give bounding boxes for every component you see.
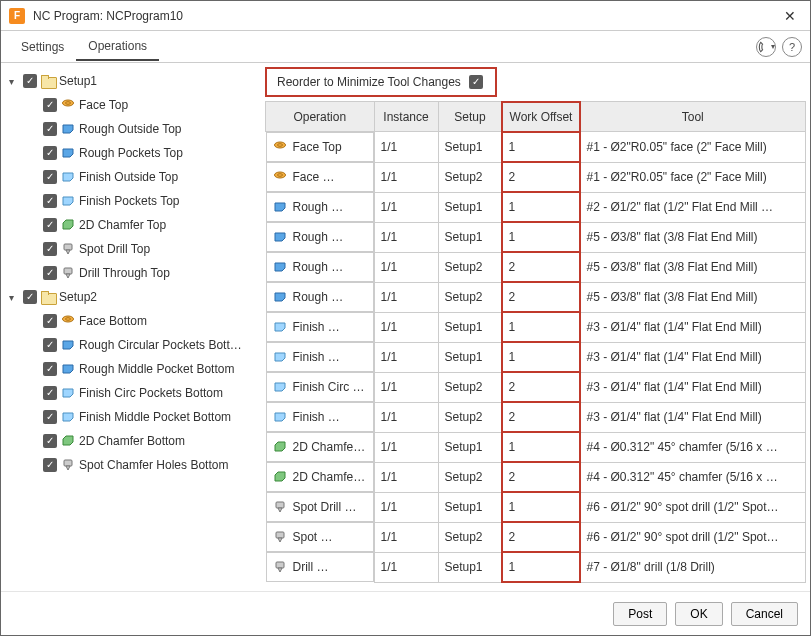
tree-operation[interactable]: ✓Rough Circular Pockets Bott… (5, 333, 257, 357)
cell-operation: Finish Circ … (266, 372, 374, 402)
checkbox-icon[interactable]: ✓ (23, 74, 37, 88)
cell-setup: Setup1 (438, 132, 502, 163)
rough-icon (273, 230, 287, 244)
checkbox-icon[interactable]: ✓ (43, 338, 57, 352)
checkbox-icon[interactable]: ✓ (43, 122, 57, 136)
tree-setup[interactable]: ▾✓Setup1 (5, 69, 257, 93)
cell-instance: 1/1 (374, 192, 438, 222)
tree-operation[interactable]: ✓Rough Pockets Top (5, 141, 257, 165)
cancel-button[interactable]: Cancel (731, 602, 798, 626)
cell-work-offset: 1 (502, 222, 580, 252)
table-row[interactable]: Spot … 1/1 Setup2 2 #6 - Ø1/2" 90° spot … (266, 522, 806, 552)
ok-button[interactable]: OK (675, 602, 722, 626)
setup-label: Setup1 (59, 74, 97, 88)
help-icon[interactable]: ? (782, 37, 802, 57)
col-instance[interactable]: Instance (374, 102, 438, 132)
cell-instance: 1/1 (374, 342, 438, 372)
col-tool[interactable]: Tool (580, 102, 806, 132)
checkbox-icon[interactable]: ✓ (43, 218, 57, 232)
table-row[interactable]: Finish … 1/1 Setup1 1 #3 - Ø1/4" flat (1… (266, 342, 806, 372)
operation-label: 2D Chamfer Top (79, 218, 166, 232)
close-icon[interactable]: ✕ (778, 8, 802, 24)
caret-down-icon[interactable]: ▾ (9, 292, 19, 303)
chamfer-icon (273, 440, 287, 454)
tree-operation[interactable]: ✓2D Chamfer Top (5, 213, 257, 237)
reorder-checkbox[interactable]: ✓ (469, 75, 483, 89)
cell-setup: Setup2 (438, 252, 502, 282)
cell-setup: Setup1 (438, 492, 502, 522)
tree-operation[interactable]: ✓Spot Chamfer Holes Bottom (5, 453, 257, 477)
tab-settings[interactable]: Settings (9, 34, 76, 60)
cell-setup: Setup1 (438, 222, 502, 252)
operation-label: Rough Pockets Top (79, 146, 183, 160)
tree-operation[interactable]: ✓Finish Pockets Top (5, 189, 257, 213)
table-row[interactable]: 2D Chamfe… 1/1 Setup2 2 #4 - Ø0.312" 45°… (266, 462, 806, 492)
table-row[interactable]: Rough … 1/1 Setup2 2 #5 - Ø3/8" flat (3/… (266, 282, 806, 312)
tree-operation[interactable]: ✓Spot Drill Top (5, 237, 257, 261)
checkbox-icon[interactable]: ✓ (43, 458, 57, 472)
tree-operation[interactable]: ✓Rough Middle Pocket Bottom (5, 357, 257, 381)
drill-icon (61, 242, 75, 256)
support-icon[interactable]: ▾ (756, 37, 776, 57)
cell-work-offset: 2 (502, 282, 580, 312)
cell-operation: Finish … (266, 402, 374, 432)
cell-tool: #3 - Ø1/4" flat (1/4" Flat End Mill) (580, 312, 806, 342)
table-row[interactable]: Rough … 1/1 Setup1 1 #2 - Ø1/2" flat (1/… (266, 192, 806, 222)
cell-setup: Setup2 (438, 402, 502, 432)
cell-tool: #4 - Ø0.312" 45° chamfer (5/16 x … (580, 432, 806, 462)
operations-tree[interactable]: ▾✓Setup1✓Face Top✓Rough Outside Top✓Roug… (1, 63, 261, 591)
col-operation[interactable]: Operation (266, 102, 375, 132)
tab-operations[interactable]: Operations (76, 33, 159, 61)
tree-operation[interactable]: ✓Drill Through Top (5, 261, 257, 285)
table-row[interactable]: Rough … 1/1 Setup1 1 #5 - Ø3/8" flat (3/… (266, 222, 806, 252)
col-setup[interactable]: Setup (438, 102, 502, 132)
cell-work-offset: 1 (502, 432, 580, 462)
tree-operation[interactable]: ✓Rough Outside Top (5, 117, 257, 141)
checkbox-icon[interactable]: ✓ (43, 194, 57, 208)
cell-setup: Setup2 (438, 462, 502, 492)
tree-operation[interactable]: ✓Finish Middle Pocket Bottom (5, 405, 257, 429)
checkbox-icon[interactable]: ✓ (43, 362, 57, 376)
caret-down-icon[interactable]: ▾ (9, 76, 19, 87)
table-row[interactable]: Drill … 1/1 Setup1 1 #7 - Ø1/8" drill (1… (266, 552, 806, 582)
cell-instance: 1/1 (374, 462, 438, 492)
post-button[interactable]: Post (613, 602, 667, 626)
tree-operation[interactable]: ✓Finish Circ Pockets Bottom (5, 381, 257, 405)
checkbox-icon[interactable]: ✓ (43, 170, 57, 184)
tree-operation[interactable]: ✓Face Bottom (5, 309, 257, 333)
cell-work-offset: 1 (502, 312, 580, 342)
table-row[interactable]: Finish Circ … 1/1 Setup2 2 #3 - Ø1/4" fl… (266, 372, 806, 402)
cell-operation: Rough … (266, 222, 374, 252)
col-work-offset[interactable]: Work Offset (502, 102, 580, 132)
table-row[interactable]: Face Top 1/1 Setup1 1 #1 - Ø2"R0.05" fac… (266, 132, 806, 163)
cell-instance: 1/1 (374, 372, 438, 402)
cell-work-offset: 2 (502, 252, 580, 282)
cell-operation: Spot Drill … (266, 492, 374, 522)
setup-label: Setup2 (59, 290, 97, 304)
tree-operation[interactable]: ✓Finish Outside Top (5, 165, 257, 189)
window-title: NC Program: NCProgram10 (33, 9, 778, 23)
checkbox-icon[interactable]: ✓ (43, 314, 57, 328)
operation-label: Finish Pockets Top (79, 194, 180, 208)
checkbox-icon[interactable]: ✓ (43, 434, 57, 448)
table-row[interactable]: Rough … 1/1 Setup2 2 #5 - Ø3/8" flat (3/… (266, 252, 806, 282)
table-row[interactable]: 2D Chamfe… 1/1 Setup1 1 #4 - Ø0.312" 45°… (266, 432, 806, 462)
cell-work-offset: 1 (502, 192, 580, 222)
checkbox-icon[interactable]: ✓ (43, 386, 57, 400)
checkbox-icon[interactable]: ✓ (43, 146, 57, 160)
table-row[interactable]: Face … 1/1 Setup2 2 #1 - Ø2"R0.05" face … (266, 162, 806, 192)
tree-operation[interactable]: ✓Face Top (5, 93, 257, 117)
checkbox-icon[interactable]: ✓ (23, 290, 37, 304)
drill-icon (61, 266, 75, 280)
cell-tool: #1 - Ø2"R0.05" face (2" Face Mill) (580, 162, 806, 192)
table-row[interactable]: Finish … 1/1 Setup2 2 #3 - Ø1/4" flat (1… (266, 402, 806, 432)
checkbox-icon[interactable]: ✓ (43, 266, 57, 280)
checkbox-icon[interactable]: ✓ (43, 410, 57, 424)
checkbox-icon[interactable]: ✓ (43, 242, 57, 256)
table-row[interactable]: Spot Drill … 1/1 Setup1 1 #6 - Ø1/2" 90°… (266, 492, 806, 522)
tree-operation[interactable]: ✓2D Chamfer Bottom (5, 429, 257, 453)
drill-icon (273, 500, 287, 514)
table-row[interactable]: Finish … 1/1 Setup1 1 #3 - Ø1/4" flat (1… (266, 312, 806, 342)
checkbox-icon[interactable]: ✓ (43, 98, 57, 112)
tree-setup[interactable]: ▾✓Setup2 (5, 285, 257, 309)
